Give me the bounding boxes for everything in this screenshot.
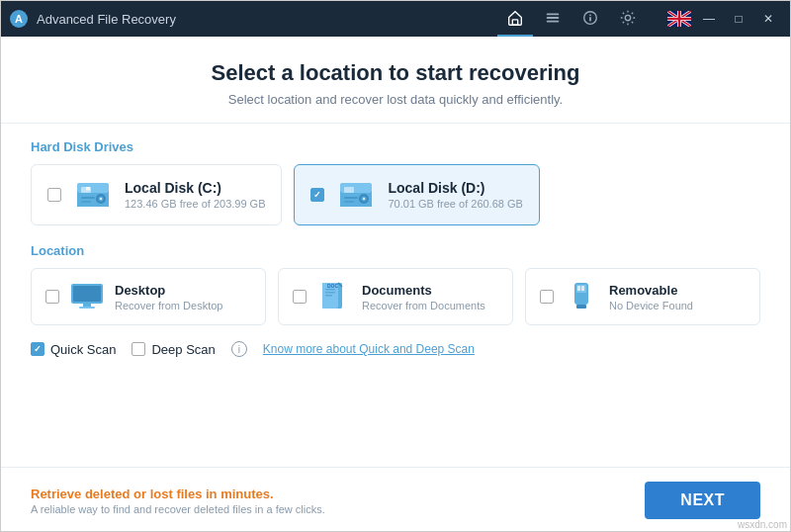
location-desktop-desc: Recover from Desktop	[115, 300, 222, 311]
location-section-label: Location	[31, 243, 760, 258]
drive-d-card[interactable]: Local Disk (D:) 70.01 GB free of 260.68 …	[294, 164, 539, 225]
footer: Retrieve deleted or lost files in minute…	[1, 467, 790, 532]
nav-list[interactable]	[535, 1, 571, 37]
hdd-section-label: Hard Disk Drives	[31, 139, 760, 154]
svg-rect-24	[344, 187, 354, 193]
svg-text:DOC: DOC	[327, 283, 339, 289]
page-title: Select a location to start recovering	[21, 60, 770, 86]
svg-rect-38	[325, 292, 335, 294]
deep-scan-checkbox[interactable]	[132, 342, 145, 356]
locations-row: Desktop Recover from Desktop DOC	[31, 268, 760, 325]
drive-c-card[interactable]: Local Disk (C:) 123.46 GB free of 203.99…	[31, 164, 282, 225]
quick-scan-option[interactable]: Quick Scan	[31, 342, 116, 357]
title-nav	[497, 1, 646, 37]
page-subtitle: Select location and recover lost data qu…	[21, 92, 770, 107]
drive-c-name: Local Disk (C:)	[125, 180, 265, 196]
drive-d-name: Local Disk (D:)	[388, 180, 522, 196]
drive-d-info: Local Disk (D:) 70.01 GB free of 260.68 …	[388, 180, 522, 210]
nav-info[interactable]	[572, 1, 608, 37]
next-button[interactable]: NEXT	[645, 482, 760, 519]
scan-info-icon[interactable]: i	[231, 341, 247, 357]
close-button[interactable]: ✕	[754, 8, 782, 30]
svg-rect-5	[547, 21, 560, 23]
svg-rect-32	[83, 304, 91, 307]
deep-scan-option[interactable]: Deep Scan	[132, 342, 215, 357]
page-header: Select a location to start recovering Se…	[1, 37, 790, 124]
drives-row: Local Disk (C:) 123.46 GB free of 203.99…	[31, 164, 760, 225]
drive-d-icon	[336, 177, 376, 213]
svg-rect-19	[81, 201, 91, 203]
svg-rect-2	[512, 20, 517, 25]
quick-scan-checkbox[interactable]	[31, 342, 44, 356]
content-area: Hard Disk Drives	[1, 124, 790, 467]
drive-d-space: 70.01 GB free of 260.68 GB	[388, 198, 522, 210]
location-removable-desc: No Device Found	[609, 300, 693, 311]
window-controls: — □ ✕	[665, 8, 782, 30]
deep-scan-label: Deep Scan	[151, 342, 215, 357]
removable-icon	[564, 281, 599, 312]
footer-promo: Retrieve deleted or lost files in minute…	[31, 487, 325, 501]
app-logo-icon: A	[9, 9, 29, 29]
svg-rect-39	[325, 295, 332, 297]
nav-settings[interactable]	[610, 1, 646, 37]
location-documents-checkbox[interactable]	[293, 290, 307, 304]
svg-point-7	[589, 14, 591, 16]
location-desktop-name: Desktop	[115, 283, 222, 298]
svg-rect-4	[547, 17, 560, 19]
drive-c-checkbox[interactable]	[47, 188, 61, 202]
location-removable-checkbox[interactable]	[540, 290, 554, 304]
quick-scan-label: Quick Scan	[50, 342, 116, 357]
location-documents-desc: Recover from Documents	[362, 300, 485, 311]
location-desktop-card[interactable]: Desktop Recover from Desktop	[31, 268, 266, 325]
footer-text: Retrieve deleted or lost files in minute…	[31, 487, 325, 515]
svg-rect-33	[79, 307, 95, 309]
drive-d-checkbox[interactable]	[310, 188, 324, 202]
svg-rect-28	[344, 197, 358, 199]
location-removable-info: Removable No Device Found	[609, 283, 693, 311]
svg-point-9	[625, 15, 630, 20]
svg-rect-44	[581, 286, 584, 291]
footer-sub: A reliable way to find and recover delet…	[31, 503, 325, 515]
main-window: Select a location to start recovering Se…	[1, 37, 790, 532]
svg-rect-43	[577, 286, 580, 291]
scan-options: Quick Scan Deep Scan i Know more about Q…	[31, 341, 760, 357]
learn-more-link[interactable]: Know more about Quick and Deep Scan	[263, 342, 475, 356]
svg-rect-3	[547, 14, 560, 16]
minimize-button[interactable]: —	[695, 8, 723, 30]
location-documents-info: Documents Recover from Documents	[362, 283, 485, 311]
svg-text:A: A	[15, 13, 23, 25]
svg-rect-8	[589, 17, 591, 22]
drive-c-icon	[73, 177, 113, 213]
language-flag[interactable]	[665, 8, 693, 30]
location-desktop-checkbox[interactable]	[45, 290, 59, 304]
svg-rect-20	[86, 187, 90, 191]
location-desktop-info: Desktop Recover from Desktop	[115, 283, 222, 311]
svg-rect-37	[325, 289, 335, 291]
svg-point-17	[100, 198, 102, 200]
drive-c-space: 123.46 GB free of 203.99 GB	[125, 198, 265, 210]
svg-rect-45	[576, 305, 586, 309]
nav-home[interactable]	[497, 1, 533, 37]
svg-point-27	[363, 198, 365, 200]
svg-rect-29	[344, 201, 354, 203]
maximize-button[interactable]: □	[725, 8, 752, 30]
watermark: wsxdn.com	[738, 519, 787, 530]
documents-icon: DOC	[316, 281, 352, 312]
desktop-icon	[69, 281, 105, 312]
svg-rect-18	[81, 197, 95, 199]
location-documents-name: Documents	[362, 283, 485, 298]
app-title: Advanced File Recovery	[37, 12, 497, 27]
location-documents-card[interactable]: DOC Documents Recover from Documents	[278, 268, 513, 325]
svg-rect-31	[73, 286, 101, 302]
drive-c-info: Local Disk (C:) 123.46 GB free of 203.99…	[125, 180, 265, 210]
title-bar: A Advanced File Recovery	[1, 1, 790, 37]
location-removable-card[interactable]: Removable No Device Found	[525, 268, 760, 325]
location-removable-name: Removable	[609, 283, 693, 298]
